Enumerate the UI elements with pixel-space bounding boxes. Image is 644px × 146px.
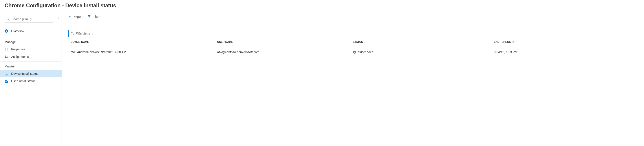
svg-rect-5 [5,48,6,50]
svg-point-0 [7,18,9,20]
column-header-status[interactable]: STATUS [353,40,494,44]
device-status-icon [4,72,8,76]
filter-items-input[interactable] [76,32,635,35]
toolbar-button-label: Filter [92,15,100,18]
main-content: Export Filter DEVICE NAME USER NAME STAT… [62,12,644,146]
toolbar: Export Filter [62,12,644,22]
cell-last-checkin: 9/04/19, 1:53 PM [494,50,635,54]
svg-line-20 [73,34,74,35]
svg-point-19 [71,32,73,34]
search-icon [6,18,10,21]
svg-rect-17 [7,82,8,82]
toolbar-button-label: Export [74,15,82,18]
svg-point-8 [5,56,6,57]
download-icon [68,15,72,18]
cell-status: Succeeded [358,50,374,54]
install-status-table: DEVICE NAME USER NAME STATUS LAST CHECK-… [68,37,637,57]
svg-rect-6 [6,48,6,50]
svg-rect-14 [7,74,8,74]
properties-icon [4,48,8,51]
sidebar-item-label: Overview [11,29,24,33]
svg-rect-4 [6,30,6,30]
success-icon [353,50,356,54]
search-icon [71,32,74,35]
info-icon [4,29,8,33]
page-header: Chrome Configuration - Device install st… [0,0,644,12]
filter-icon [87,15,91,18]
filter-button[interactable]: Filter [87,15,100,18]
cell-device-name: afw_AndroidForWork_9/4/2019_4:00 AM [70,50,212,54]
sidebar-item-label: Assignments [11,55,29,58]
column-header-device[interactable]: DEVICE NAME [70,40,212,44]
filter-items-box[interactable] [68,30,637,37]
user-status-icon [4,80,8,83]
collapse-sidebar-button[interactable]: « [58,16,60,20]
table-row[interactable]: afw_AndroidForWork_9/4/2019_4:00 AM afw@… [68,47,637,57]
sidebar-item-device-install-status[interactable]: Device install status [0,70,62,78]
sidebar-item-overview[interactable]: Overview [0,27,62,35]
svg-point-15 [5,80,6,81]
sidebar-item-label: Device install status [11,72,38,76]
svg-rect-3 [6,31,6,32]
svg-point-12 [6,75,6,75]
assignments-icon [4,55,8,58]
svg-rect-7 [7,48,8,50]
sidebar-item-assignments[interactable]: Assignments [0,53,62,60]
svg-point-21 [353,50,356,54]
sidebar-section-manage: Manage [0,37,62,46]
cell-user-name: afw@contoso.onmicrosoft.com [212,50,353,54]
sidebar-item-label: User install status [11,80,36,83]
sidebar-section-monitor: Monitor [0,61,62,70]
sidebar-item-properties[interactable]: Properties [0,46,62,53]
sidebar-item-label: Properties [11,48,25,51]
export-button[interactable]: Export [68,15,82,18]
page-title: Chrome Configuration - Device install st… [4,2,640,8]
svg-rect-11 [6,72,7,74]
table-header-row: DEVICE NAME USER NAME STATUS LAST CHECK-… [68,37,637,47]
sidebar-search-box[interactable] [4,16,53,22]
column-header-checkin[interactable]: LAST CHECK-IN [494,40,635,44]
column-header-user[interactable]: USER NAME [212,40,353,44]
svg-line-1 [8,20,10,20]
sidebar-search-input[interactable] [12,17,51,21]
sidebar-item-user-install-status[interactable]: User install status [0,78,62,85]
svg-point-9 [7,56,8,57]
sidebar: « Overview Manage Properties Assignments [0,12,62,146]
